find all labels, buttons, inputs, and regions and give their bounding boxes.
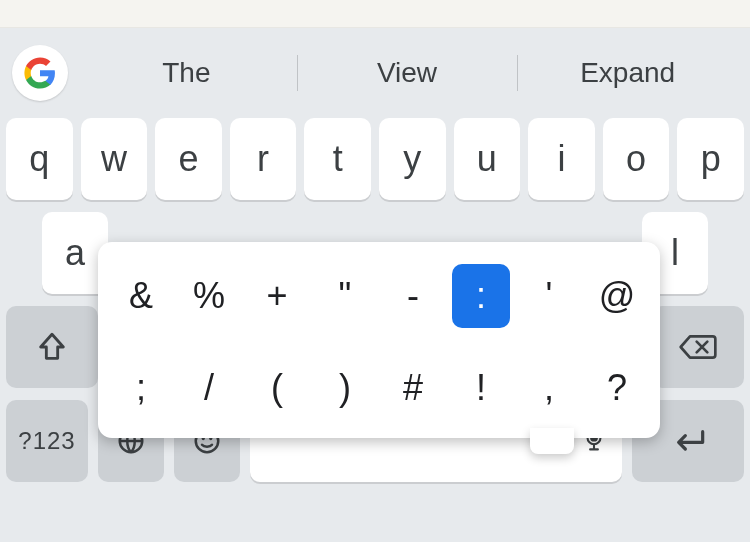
backspace-icon [678,330,718,364]
popup-key-rparen[interactable]: ) [316,356,374,420]
shift-icon [35,330,69,364]
app-content-area [0,0,750,28]
popup-row-2: ; / ( ) # ! , ? [112,352,646,424]
google-g-icon [23,56,57,90]
suggestion-list: The View Expand [76,45,738,101]
popup-key-colon[interactable]: : [452,264,510,328]
popup-key-squote[interactable]: ' [520,264,578,328]
popup-key-comma[interactable]: , [520,356,578,420]
key-r[interactable]: r [230,118,297,200]
google-search-button[interactable] [12,45,68,101]
key-p[interactable]: p [677,118,744,200]
key-t[interactable]: t [304,118,371,200]
key-u[interactable]: u [454,118,521,200]
popup-key-dquote[interactable]: " [316,264,374,328]
gboard-keyboard: The View Expand q w e r t y u i o p a l [0,28,750,542]
row-top: q w e r t y u i o p [6,118,744,200]
popup-key-semicolon[interactable]: ; [112,356,170,420]
shift-key[interactable] [6,306,98,388]
key-y[interactable]: y [379,118,446,200]
key-o[interactable]: o [603,118,670,200]
popup-row-1: & % + " - : ' @ [112,260,646,332]
suggestion-3[interactable]: Expand [517,45,738,101]
popup-key-percent[interactable]: % [180,264,238,328]
key-i[interactable]: i [528,118,595,200]
suggestion-bar: The View Expand [0,34,750,112]
enter-icon [668,426,708,456]
popup-key-bang[interactable]: ! [452,356,510,420]
symbols-key-label: ?123 [18,427,75,455]
popup-tail [530,428,574,454]
popup-key-dash[interactable]: - [384,264,442,328]
popup-key-at[interactable]: @ [588,264,646,328]
key-q[interactable]: q [6,118,73,200]
popup-key-slash[interactable]: / [180,356,238,420]
popup-key-hash[interactable]: # [384,356,442,420]
symbols-key[interactable]: ?123 [6,400,88,482]
longpress-popup: & % + " - : ' @ ; / ( ) # ! , ? [98,242,660,438]
popup-key-amp[interactable]: & [112,264,170,328]
backspace-key[interactable] [652,306,744,388]
suggestion-2[interactable]: View [297,45,518,101]
popup-key-plus[interactable]: + [248,264,306,328]
popup-key-question[interactable]: ? [588,356,646,420]
key-e[interactable]: e [155,118,222,200]
popup-key-lparen[interactable]: ( [248,356,306,420]
suggestion-1[interactable]: The [76,45,297,101]
key-w[interactable]: w [81,118,148,200]
